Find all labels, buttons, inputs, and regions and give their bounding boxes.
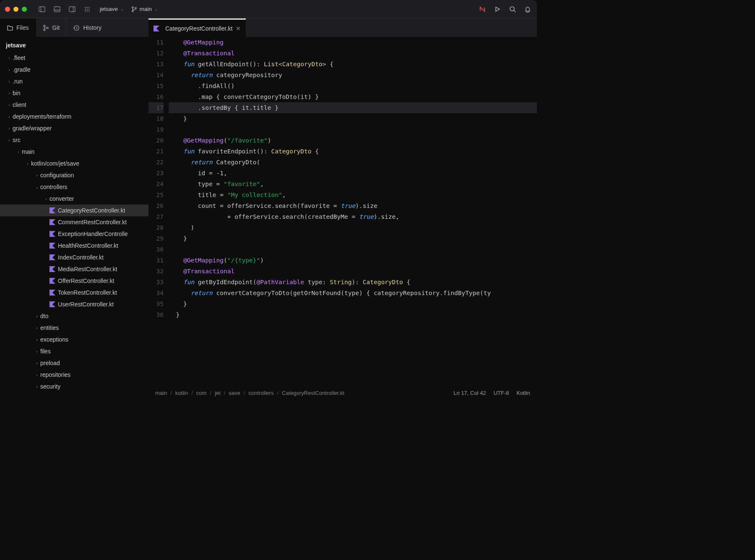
- language[interactable]: Kotlin: [516, 390, 530, 396]
- code-line[interactable]: return categoryRepository: [169, 70, 537, 80]
- breadcrumb-segment[interactable]: kotlin: [175, 390, 188, 396]
- code-line[interactable]: fun favoriteEndpoint(): CategoryDto {: [169, 146, 537, 157]
- tree-item[interactable]: ›deployments/terraform: [0, 111, 148, 122]
- tree-item[interactable]: ›dto: [0, 310, 148, 322]
- tree-item-label: dto: [40, 313, 48, 319]
- tree-item[interactable]: ›configuration: [0, 169, 148, 181]
- notifications-icon[interactable]: [523, 5, 532, 13]
- tree-item[interactable]: ⌄controllers: [0, 181, 148, 193]
- tree-item[interactable]: ›files: [0, 345, 148, 357]
- code-line[interactable]: .findAll(): [169, 80, 537, 91]
- code-line[interactable]: type = "favorite",: [169, 179, 537, 189]
- close-tab-icon[interactable]: ✕: [236, 25, 241, 32]
- tree-item[interactable]: ›kotlin/com/jet/save: [0, 158, 148, 169]
- code-line[interactable]: .sortedBy { it.title }: [169, 102, 537, 113]
- search-icon[interactable]: [508, 5, 517, 13]
- tree-item[interactable]: OfferRestController.kt: [0, 275, 148, 287]
- tree-item[interactable]: ›entities: [0, 322, 148, 334]
- breadcrumb-segment[interactable]: controllers: [248, 390, 273, 396]
- tree-item[interactable]: ›src: [0, 134, 148, 146]
- code-line[interactable]: }: [169, 233, 537, 244]
- encoding[interactable]: UTF-8: [494, 390, 509, 396]
- editor-tab-active[interactable]: CategoryRestController.kt ✕: [148, 18, 246, 37]
- tree-item-label: HealthRestController.kt: [58, 242, 118, 249]
- tree-item[interactable]: ›client: [0, 99, 148, 111]
- connection-icon[interactable]: [478, 5, 487, 13]
- panel-bottom-icon[interactable]: [49, 3, 65, 15]
- chevron-right-icon: ›: [34, 172, 40, 179]
- branch-selector[interactable]: main ⌄: [131, 6, 158, 12]
- kotlin-icon: [154, 26, 159, 31]
- code-line[interactable]: [169, 244, 537, 255]
- tree-item[interactable]: ›.gradle: [0, 64, 148, 75]
- code-line[interactable]: return convertCategoryToDto(getOrNotFoun…: [169, 288, 537, 298]
- code-line[interactable]: + offerService.search(createdByMe = true…: [169, 211, 537, 222]
- code-content[interactable]: @GetMapping @Transactional fun getAllEnd…: [169, 37, 537, 399]
- tree-item[interactable]: ›security: [0, 381, 148, 392]
- history-tab[interactable]: History: [67, 18, 148, 37]
- tree-item[interactable]: UserRestController.kt: [0, 298, 148, 310]
- code-line[interactable]: count = offerService.search(favorite = t…: [169, 200, 537, 211]
- maximize-window[interactable]: [22, 7, 27, 12]
- tree-item[interactable]: ›.fleet: [0, 52, 148, 64]
- tree-item-label: TokenRestController.kt: [58, 289, 117, 296]
- code-line[interactable]: title = "My collection",: [169, 189, 537, 200]
- code-line[interactable]: @Transactional: [169, 48, 537, 59]
- close-window[interactable]: [5, 7, 10, 12]
- breadcrumb-segment[interactable]: com: [196, 390, 207, 396]
- code-line[interactable]: .map { convertCategoryToDto(it) }: [169, 91, 537, 102]
- breadcrumb-segment[interactable]: jet: [215, 390, 221, 396]
- code-line[interactable]: @Transactional: [169, 266, 537, 277]
- project-selector[interactable]: jetsave ⌄: [100, 6, 124, 12]
- code-line[interactable]: }: [169, 113, 537, 124]
- tree-item[interactable]: HealthRestController.kt: [0, 240, 148, 251]
- panel-left-icon[interactable]: [34, 3, 49, 15]
- tree-item[interactable]: ›main: [0, 146, 148, 158]
- tree-item[interactable]: CategoryRestController.kt: [0, 205, 148, 216]
- tree-item[interactable]: ›bin: [0, 87, 148, 99]
- tree-item-label: configuration: [40, 172, 74, 179]
- breadcrumb-segment[interactable]: save: [229, 390, 240, 396]
- tree-item[interactable]: ›exceptions: [0, 334, 148, 345]
- tree-item[interactable]: ›gradle/wrapper: [0, 122, 148, 134]
- tree-item[interactable]: IndexController.kt: [0, 251, 148, 263]
- svg-point-20: [43, 25, 45, 26]
- tree-item-label: bin: [13, 90, 21, 96]
- tree-item[interactable]: ›repositories: [0, 369, 148, 381]
- files-tab[interactable]: Files: [0, 18, 36, 37]
- tree-item[interactable]: CommentRestController.kt: [0, 216, 148, 228]
- branch-name: main: [140, 6, 152, 12]
- panel-right-icon[interactable]: [65, 3, 80, 15]
- tree-item-label: controllers: [40, 184, 68, 190]
- git-tab[interactable]: Git: [36, 18, 67, 37]
- code-line[interactable]: @GetMapping("/favorite"): [169, 135, 537, 146]
- breadcrumb-segment[interactable]: CategoryRestController.kt: [282, 390, 344, 396]
- run-icon[interactable]: [493, 5, 502, 13]
- tree-item[interactable]: ›preload: [0, 357, 148, 369]
- tree-item[interactable]: MediaRestController.kt: [0, 263, 148, 275]
- code-line[interactable]: [169, 124, 537, 135]
- tree-item[interactable]: ›converter: [0, 193, 148, 205]
- tree-item[interactable]: ›.run: [0, 75, 148, 87]
- tree-item[interactable]: TokenRestController.kt: [0, 287, 148, 298]
- code-line[interactable]: fun getAllEndpoint(): List<CategoryDto> …: [169, 59, 537, 70]
- git-tab-label: Git: [52, 24, 60, 31]
- code-line[interactable]: return CategoryDto(: [169, 157, 537, 168]
- statusbar: main/kotlin/com/jet/save/controllers/Cat…: [148, 386, 537, 399]
- code-line[interactable]: }: [169, 298, 537, 309]
- code-line[interactable]: }: [169, 309, 537, 320]
- code-line[interactable]: @GetMapping("/{type}"): [169, 255, 537, 266]
- breadcrumb[interactable]: main/kotlin/com/jet/save/controllers/Cat…: [155, 390, 344, 396]
- code-line[interactable]: @GetMapping: [169, 37, 537, 48]
- minimize-window[interactable]: [13, 7, 18, 12]
- code-line[interactable]: fun getByIdEndpoint(@PathVariable type: …: [169, 277, 537, 288]
- code-line[interactable]: id = -1,: [169, 168, 537, 179]
- project-root[interactable]: jetsave: [0, 39, 148, 52]
- chevron-right-icon: ›: [43, 195, 49, 202]
- code-line[interactable]: ): [169, 222, 537, 233]
- breadcrumb-segment[interactable]: main: [155, 390, 167, 396]
- cursor-position[interactable]: Ln 17, Col 42: [453, 390, 486, 396]
- code-editor[interactable]: 1112131415161718192021222324252627282930…: [148, 37, 537, 399]
- tree-item[interactable]: ExceptionHandlerControlle: [0, 228, 148, 240]
- apps-icon[interactable]: [80, 3, 95, 15]
